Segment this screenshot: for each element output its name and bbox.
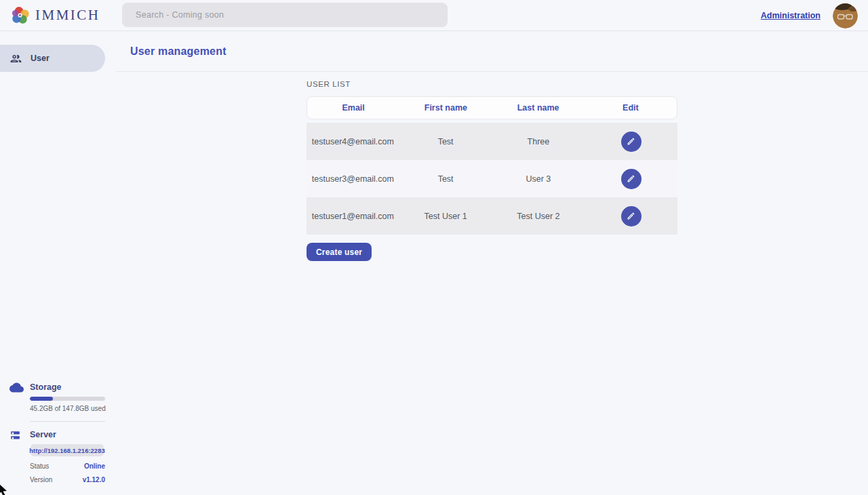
avatar-photo	[833, 3, 858, 28]
server-status-row: Status Online	[30, 462, 105, 470]
users-icon	[9, 52, 22, 65]
cell-first-name: Test User 1	[399, 212, 492, 221]
create-user-button[interactable]: Create user	[307, 243, 372, 261]
brand: IMMICH	[0, 6, 100, 24]
user-avatar[interactable]	[833, 3, 858, 28]
edit-user-button[interactable]	[621, 132, 642, 152]
column-header-email: Email	[307, 103, 399, 113]
immich-logo-icon	[12, 6, 30, 24]
server-title: Server	[30, 430, 116, 439]
administration-link[interactable]: Administration	[761, 11, 821, 20]
sidebar-divider	[30, 421, 105, 422]
cell-last-name: Three	[492, 137, 585, 146]
status-label: Status	[30, 462, 49, 470]
cell-last-name: User 3	[492, 174, 585, 184]
cell-last-name: Test User 2	[492, 212, 585, 221]
user-list-label: USER LIST	[307, 80, 868, 88]
cell-email: testuser3@email.com	[307, 174, 399, 184]
table-header-row: Email First name Last name Edit	[307, 96, 677, 119]
edit-user-button[interactable]	[621, 206, 642, 226]
brand-name: IMMICH	[35, 7, 100, 24]
column-header-edit: Edit	[585, 103, 677, 113]
table-row: testuser1@email.com Test User 1 Test Use…	[307, 197, 677, 235]
user-table: Email First name Last name Edit testuser…	[307, 96, 677, 235]
server-icon	[9, 430, 21, 441]
sidebar: User Storage 45.2GB of 147.8GB used	[0, 31, 116, 495]
table-row: testuser3@email.com Test User 3	[307, 160, 677, 197]
server-url-chip[interactable]: http://192.168.1.216:2283	[31, 444, 104, 456]
main-panel: User management USER LIST Email First na…	[116, 31, 868, 495]
storage-usage-text: 45.2GB of 147.8GB used	[30, 405, 116, 412]
pencil-icon	[627, 174, 635, 183]
version-label: Version	[30, 476, 52, 483]
sidebar-item-user[interactable]: User	[0, 45, 105, 72]
edit-user-button[interactable]	[621, 169, 642, 189]
version-value: v1.12.0	[83, 476, 105, 483]
sidebar-footer: Storage 45.2GB of 147.8GB used Server ht…	[0, 382, 116, 495]
storage-progress-bar	[30, 397, 105, 401]
cell-email: testuser1@email.com	[307, 212, 399, 221]
cloud-icon	[9, 382, 24, 393]
table-body: testuser4@email.com Test Three te	[307, 123, 677, 235]
page-header: User management	[116, 31, 868, 72]
pencil-icon	[627, 212, 635, 220]
storage-progress-fill	[30, 397, 53, 401]
top-navbar: IMMICH Search - Coming soon Administrati…	[0, 0, 868, 31]
column-header-first-name: First name	[399, 103, 492, 113]
search-input[interactable]: Search - Coming soon	[122, 3, 448, 27]
storage-title: Storage	[30, 382, 116, 392]
server-version-row: Version v1.12.0	[30, 476, 105, 483]
search-placeholder: Search - Coming soon	[136, 10, 224, 20]
server-url: http://192.168.1.216:2283	[29, 447, 104, 454]
cell-email: testuser4@email.com	[307, 137, 399, 146]
status-value: Online	[84, 462, 105, 470]
sidebar-item-label: User	[31, 54, 50, 63]
pencil-icon	[627, 137, 635, 146]
column-header-last-name: Last name	[492, 103, 585, 113]
table-row: testuser4@email.com Test Three	[307, 123, 677, 160]
page-title: User management	[130, 45, 226, 58]
cell-first-name: Test	[399, 174, 492, 184]
cell-first-name: Test	[399, 137, 492, 146]
